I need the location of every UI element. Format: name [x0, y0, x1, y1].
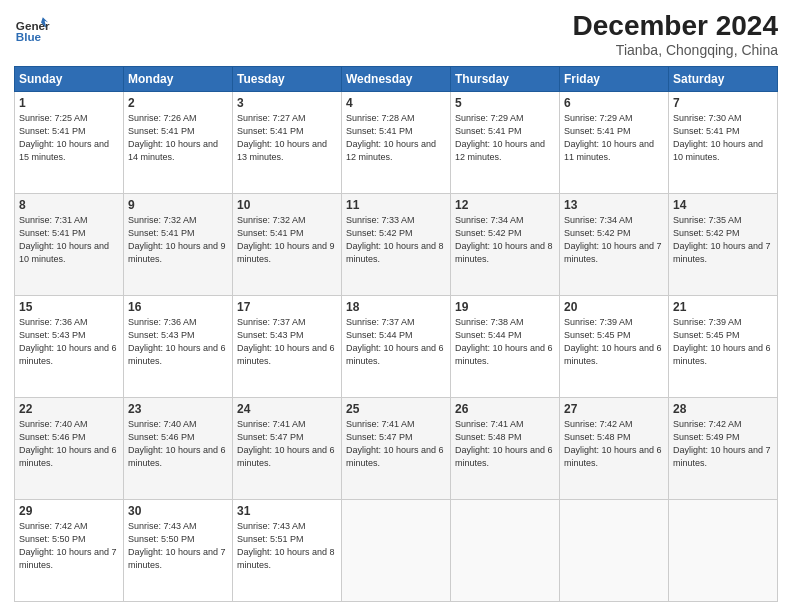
calendar-day-cell: 29Sunrise: 7:42 AMSunset: 5:50 PMDayligh… [15, 500, 124, 602]
day-info: Sunrise: 7:26 AMSunset: 5:41 PMDaylight:… [128, 112, 228, 164]
calendar-day-cell: 16Sunrise: 7:36 AMSunset: 5:43 PMDayligh… [124, 296, 233, 398]
day-number: 30 [128, 504, 228, 518]
day-info: Sunrise: 7:29 AMSunset: 5:41 PMDaylight:… [564, 112, 664, 164]
day-number: 24 [237, 402, 337, 416]
day-info: Sunrise: 7:37 AMSunset: 5:43 PMDaylight:… [237, 316, 337, 368]
day-info: Sunrise: 7:39 AMSunset: 5:45 PMDaylight:… [673, 316, 773, 368]
day-number: 28 [673, 402, 773, 416]
calendar-day-cell: 26Sunrise: 7:41 AMSunset: 5:48 PMDayligh… [451, 398, 560, 500]
day-number: 7 [673, 96, 773, 110]
day-number: 9 [128, 198, 228, 212]
day-info: Sunrise: 7:25 AMSunset: 5:41 PMDaylight:… [19, 112, 119, 164]
weekday-header: Monday [124, 67, 233, 92]
calendar-day-cell: 18Sunrise: 7:37 AMSunset: 5:44 PMDayligh… [342, 296, 451, 398]
calendar-week-row: 15Sunrise: 7:36 AMSunset: 5:43 PMDayligh… [15, 296, 778, 398]
calendar-day-cell: 14Sunrise: 7:35 AMSunset: 5:42 PMDayligh… [669, 194, 778, 296]
day-number: 20 [564, 300, 664, 314]
day-info: Sunrise: 7:42 AMSunset: 5:50 PMDaylight:… [19, 520, 119, 572]
calendar-week-row: 8Sunrise: 7:31 AMSunset: 5:41 PMDaylight… [15, 194, 778, 296]
day-info: Sunrise: 7:42 AMSunset: 5:48 PMDaylight:… [564, 418, 664, 470]
day-number: 8 [19, 198, 119, 212]
day-info: Sunrise: 7:40 AMSunset: 5:46 PMDaylight:… [128, 418, 228, 470]
calendar-day-cell: 24Sunrise: 7:41 AMSunset: 5:47 PMDayligh… [233, 398, 342, 500]
day-info: Sunrise: 7:32 AMSunset: 5:41 PMDaylight:… [237, 214, 337, 266]
day-info: Sunrise: 7:41 AMSunset: 5:48 PMDaylight:… [455, 418, 555, 470]
day-info: Sunrise: 7:27 AMSunset: 5:41 PMDaylight:… [237, 112, 337, 164]
calendar-day-cell: 28Sunrise: 7:42 AMSunset: 5:49 PMDayligh… [669, 398, 778, 500]
calendar-day-cell: 27Sunrise: 7:42 AMSunset: 5:48 PMDayligh… [560, 398, 669, 500]
day-number: 11 [346, 198, 446, 212]
day-number: 22 [19, 402, 119, 416]
day-number: 25 [346, 402, 446, 416]
calendar-day-cell: 30Sunrise: 7:43 AMSunset: 5:50 PMDayligh… [124, 500, 233, 602]
calendar-day-cell: 20Sunrise: 7:39 AMSunset: 5:45 PMDayligh… [560, 296, 669, 398]
logo: General Blue [14, 10, 50, 46]
calendar-day-cell: 7Sunrise: 7:30 AMSunset: 5:41 PMDaylight… [669, 92, 778, 194]
day-number: 10 [237, 198, 337, 212]
calendar-week-row: 1Sunrise: 7:25 AMSunset: 5:41 PMDaylight… [15, 92, 778, 194]
day-number: 5 [455, 96, 555, 110]
day-info: Sunrise: 7:36 AMSunset: 5:43 PMDaylight:… [19, 316, 119, 368]
day-info: Sunrise: 7:42 AMSunset: 5:49 PMDaylight:… [673, 418, 773, 470]
weekday-header: Thursday [451, 67, 560, 92]
day-info: Sunrise: 7:36 AMSunset: 5:43 PMDaylight:… [128, 316, 228, 368]
day-number: 3 [237, 96, 337, 110]
calendar-day-cell: 6Sunrise: 7:29 AMSunset: 5:41 PMDaylight… [560, 92, 669, 194]
weekday-header: Friday [560, 67, 669, 92]
day-number: 14 [673, 198, 773, 212]
day-number: 26 [455, 402, 555, 416]
calendar-day-cell [451, 500, 560, 602]
day-number: 31 [237, 504, 337, 518]
calendar-day-cell: 5Sunrise: 7:29 AMSunset: 5:41 PMDaylight… [451, 92, 560, 194]
day-number: 21 [673, 300, 773, 314]
calendar-day-cell: 25Sunrise: 7:41 AMSunset: 5:47 PMDayligh… [342, 398, 451, 500]
day-info: Sunrise: 7:32 AMSunset: 5:41 PMDaylight:… [128, 214, 228, 266]
calendar-day-cell: 17Sunrise: 7:37 AMSunset: 5:43 PMDayligh… [233, 296, 342, 398]
day-info: Sunrise: 7:29 AMSunset: 5:41 PMDaylight:… [455, 112, 555, 164]
day-number: 18 [346, 300, 446, 314]
calendar-day-cell: 22Sunrise: 7:40 AMSunset: 5:46 PMDayligh… [15, 398, 124, 500]
calendar-day-cell: 11Sunrise: 7:33 AMSunset: 5:42 PMDayligh… [342, 194, 451, 296]
day-number: 4 [346, 96, 446, 110]
day-info: Sunrise: 7:40 AMSunset: 5:46 PMDaylight:… [19, 418, 119, 470]
calendar-day-cell: 8Sunrise: 7:31 AMSunset: 5:41 PMDaylight… [15, 194, 124, 296]
day-number: 17 [237, 300, 337, 314]
calendar-week-row: 22Sunrise: 7:40 AMSunset: 5:46 PMDayligh… [15, 398, 778, 500]
calendar-day-cell: 19Sunrise: 7:38 AMSunset: 5:44 PMDayligh… [451, 296, 560, 398]
calendar-day-cell: 12Sunrise: 7:34 AMSunset: 5:42 PMDayligh… [451, 194, 560, 296]
day-info: Sunrise: 7:43 AMSunset: 5:51 PMDaylight:… [237, 520, 337, 572]
calendar-day-cell: 10Sunrise: 7:32 AMSunset: 5:41 PMDayligh… [233, 194, 342, 296]
day-info: Sunrise: 7:43 AMSunset: 5:50 PMDaylight:… [128, 520, 228, 572]
day-info: Sunrise: 7:38 AMSunset: 5:44 PMDaylight:… [455, 316, 555, 368]
day-number: 2 [128, 96, 228, 110]
day-info: Sunrise: 7:31 AMSunset: 5:41 PMDaylight:… [19, 214, 119, 266]
day-number: 27 [564, 402, 664, 416]
day-number: 12 [455, 198, 555, 212]
calendar-day-cell: 15Sunrise: 7:36 AMSunset: 5:43 PMDayligh… [15, 296, 124, 398]
day-info: Sunrise: 7:34 AMSunset: 5:42 PMDaylight:… [455, 214, 555, 266]
day-number: 29 [19, 504, 119, 518]
calendar-day-cell: 9Sunrise: 7:32 AMSunset: 5:41 PMDaylight… [124, 194, 233, 296]
calendar-day-cell: 13Sunrise: 7:34 AMSunset: 5:42 PMDayligh… [560, 194, 669, 296]
day-info: Sunrise: 7:30 AMSunset: 5:41 PMDaylight:… [673, 112, 773, 164]
day-info: Sunrise: 7:35 AMSunset: 5:42 PMDaylight:… [673, 214, 773, 266]
title-block: December 2024 Tianba, Chongqing, China [573, 10, 778, 58]
day-number: 23 [128, 402, 228, 416]
day-info: Sunrise: 7:33 AMSunset: 5:42 PMDaylight:… [346, 214, 446, 266]
calendar-subtitle: Tianba, Chongqing, China [573, 42, 778, 58]
weekday-header: Saturday [669, 67, 778, 92]
day-number: 19 [455, 300, 555, 314]
calendar-day-cell: 3Sunrise: 7:27 AMSunset: 5:41 PMDaylight… [233, 92, 342, 194]
svg-text:Blue: Blue [16, 30, 42, 43]
day-number: 6 [564, 96, 664, 110]
calendar-week-row: 29Sunrise: 7:42 AMSunset: 5:50 PMDayligh… [15, 500, 778, 602]
calendar-day-cell [560, 500, 669, 602]
calendar-day-cell [669, 500, 778, 602]
weekday-header: Tuesday [233, 67, 342, 92]
calendar-day-cell [342, 500, 451, 602]
calendar-day-cell: 2Sunrise: 7:26 AMSunset: 5:41 PMDaylight… [124, 92, 233, 194]
day-number: 15 [19, 300, 119, 314]
calendar-day-cell: 21Sunrise: 7:39 AMSunset: 5:45 PMDayligh… [669, 296, 778, 398]
calendar-title: December 2024 [573, 10, 778, 42]
day-info: Sunrise: 7:28 AMSunset: 5:41 PMDaylight:… [346, 112, 446, 164]
